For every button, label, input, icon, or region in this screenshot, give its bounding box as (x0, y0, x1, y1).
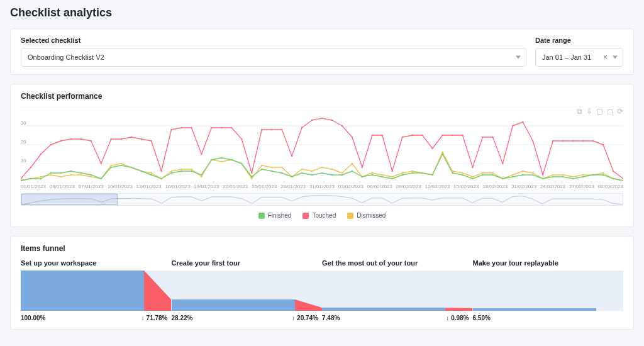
svg-marker-193 (144, 271, 171, 311)
xaxis-tick: 24/02/2023 (540, 184, 565, 189)
chevron-down-icon (613, 56, 618, 59)
svg-point-104 (352, 163, 353, 164)
svg-point-27 (191, 127, 192, 128)
chart-scrubber[interactable] (21, 193, 623, 206)
funnel-bar (172, 271, 323, 311)
svg-point-174 (441, 153, 443, 155)
svg-point-137 (70, 170, 72, 172)
svg-point-127 (582, 174, 584, 176)
svg-point-57 (492, 137, 493, 138)
svg-point-23 (150, 140, 152, 142)
xaxis-tick: 02/03/2023 (598, 184, 623, 189)
svg-point-121 (522, 170, 523, 172)
svg-point-89 (201, 176, 202, 177)
xaxis-tick: 19/01/2023 (194, 184, 219, 189)
svg-point-39 (311, 120, 313, 121)
svg-point-103 (341, 172, 343, 174)
svg-point-32 (241, 138, 242, 140)
svg-point-87 (180, 169, 182, 170)
funnel-step-percent: 28.22% (172, 315, 193, 321)
svg-point-181 (512, 176, 513, 177)
svg-point-158 (281, 172, 282, 174)
svg-point-164 (341, 174, 343, 176)
svg-point-65 (572, 140, 574, 142)
xaxis-tick: 27/02/2023 (569, 184, 594, 189)
svg-point-188 (582, 176, 584, 177)
svg-point-134 (40, 178, 42, 179)
svg-point-138 (80, 172, 82, 174)
svg-point-153 (231, 159, 232, 160)
close-icon[interactable]: × (603, 53, 608, 62)
svg-point-47 (392, 170, 393, 172)
xaxis-tick: 18/02/2023 (482, 184, 508, 189)
svg-point-61 (532, 140, 533, 142)
svg-point-68 (602, 144, 604, 145)
funnel-row: Set up your workspace100.00%↓71.78%Creat… (21, 259, 623, 321)
svg-point-159 (291, 176, 292, 177)
svg-point-113 (441, 152, 443, 153)
xaxis-tick: 22/01/2023 (223, 184, 248, 189)
legend-swatch (347, 213, 353, 219)
svg-point-122 (532, 172, 533, 174)
svg-point-81 (120, 163, 121, 164)
svg-point-148 (180, 170, 182, 172)
svg-point-151 (211, 159, 212, 160)
funnel-step: Set up your workspace100.00%↓71.78% (21, 259, 172, 321)
daterange-select[interactable]: Jan 01 – Jan 31 × (535, 48, 623, 67)
svg-point-108 (392, 176, 393, 177)
svg-text:10: 10 (21, 158, 26, 164)
svg-point-91 (221, 161, 222, 162)
arrow-down-icon: ↓ (292, 315, 295, 321)
legend-touched[interactable]: Touched (303, 212, 336, 219)
funnel-step-drop: ↓71.78% (142, 315, 168, 321)
svg-point-73 (40, 176, 42, 177)
funnel-bar (21, 271, 172, 311)
svg-point-171 (412, 172, 413, 174)
xaxis-tick: 03/02/2023 (338, 184, 364, 189)
svg-point-133 (30, 178, 31, 179)
svg-point-129 (602, 172, 604, 174)
svg-point-165 (352, 170, 353, 172)
svg-point-97 (281, 167, 282, 168)
svg-point-80 (111, 165, 112, 166)
svg-point-46 (382, 135, 383, 136)
svg-point-25 (170, 129, 172, 130)
svg-point-145 (150, 174, 152, 176)
svg-point-44 (362, 167, 363, 168)
svg-point-14 (60, 140, 62, 142)
svg-point-160 (301, 172, 303, 174)
svg-point-139 (91, 174, 92, 176)
legend-dismissed[interactable]: Dismissed (347, 212, 386, 219)
svg-point-88 (191, 169, 192, 170)
svg-point-170 (402, 174, 403, 176)
xaxis-ticks: 01/01/202304/01/202307/01/202310/01/2023… (21, 184, 623, 189)
legend-swatch (258, 213, 265, 219)
svg-point-60 (522, 121, 523, 123)
legend-finished[interactable]: Finished (258, 212, 292, 219)
svg-point-52 (441, 135, 443, 136)
xaxis-tick: 12/02/2023 (425, 184, 450, 189)
performance-chart: 010203040 01/01/202304/01/202307/01/2023… (21, 107, 623, 219)
xaxis-tick: 04/01/2023 (50, 184, 75, 189)
svg-point-167 (372, 174, 373, 176)
svg-point-18 (101, 163, 102, 164)
xaxis-tick: 16/01/2023 (165, 184, 190, 189)
svg-point-20 (120, 138, 121, 140)
arrow-down-icon: ↓ (142, 315, 145, 321)
svg-point-49 (412, 135, 413, 136)
svg-point-150 (201, 174, 202, 176)
svg-point-190 (602, 174, 604, 176)
svg-point-56 (482, 137, 483, 138)
checklist-select[interactable]: Onboarding Checklist V2 (21, 48, 526, 67)
svg-point-146 (160, 178, 162, 179)
scrubber-selection[interactable] (21, 194, 118, 205)
checklist-select-value: Onboarding Checklist V2 (28, 53, 104, 61)
svg-point-163 (331, 174, 333, 176)
svg-point-175 (452, 172, 453, 174)
svg-marker-194 (295, 299, 322, 311)
performance-panel: Checklist performance ⧉ ⇩ ▢ ◻ ⟳ 01020304… (10, 84, 634, 227)
svg-point-21 (130, 137, 131, 138)
svg-point-74 (50, 174, 52, 176)
svg-point-102 (331, 169, 333, 170)
svg-point-34 (261, 129, 262, 130)
